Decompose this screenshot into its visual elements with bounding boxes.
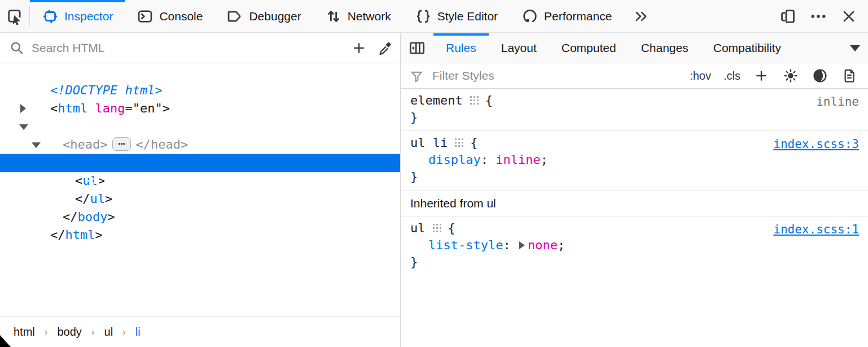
rule-element: element{ } inline — [401, 89, 868, 131]
sidebar-tab-compatibility[interactable]: Compatibility — [701, 33, 794, 63]
markup-search-bar — [0, 33, 401, 63]
selector-highlighter-icon[interactable] — [454, 138, 464, 148]
tab-network[interactable]: Network — [313, 0, 403, 32]
stylesheet-link[interactable]: index.scss:1 — [773, 223, 859, 236]
markup-view: <!DOCTYPE html> <html lang="en"> <head>⋯… — [0, 63, 401, 316]
light-mode-sim-button[interactable] — [778, 63, 804, 89]
network-icon — [325, 8, 342, 25]
declaration-line: list-style: none; — [401, 237, 868, 254]
rule-ul: ul{ list-style: none; } index.scss:1 — [401, 216, 868, 275]
rule-close-line: } — [401, 109, 868, 126]
inspector-icon — [42, 8, 59, 25]
rules-panel: :hov .cls — [401, 63, 868, 347]
close-devtools-button[interactable] — [836, 4, 861, 29]
tree-row-ul-close[interactable]: </ul> — [0, 172, 400, 190]
filter-funnel-icon — [409, 68, 424, 84]
sidebar-tab-rules[interactable]: Rules — [433, 33, 489, 63]
breadcrumb-item-li[interactable]: li — [135, 326, 141, 339]
breadcrumb-separator: › — [122, 327, 126, 338]
sidebar-tabs-dropdown-button[interactable] — [842, 33, 868, 63]
sidebar-tab-changes[interactable]: Changes — [629, 33, 701, 63]
expand-arrow-head[interactable] — [20, 104, 26, 113]
sidebar-tab-layout[interactable]: Layout — [489, 33, 549, 63]
split-panel-icon — [408, 39, 426, 57]
tree-row-li-selected[interactable]: <li>Item</li> — [0, 154, 400, 172]
class-toggle[interactable]: .cls — [719, 70, 745, 83]
tab-inspector-label: Inspector — [64, 10, 113, 23]
rule-selector-line: element{ — [401, 92, 868, 109]
rule-selector[interactable]: ul li — [410, 136, 448, 150]
console-icon — [137, 8, 154, 25]
tree-row-html-open[interactable]: <html lang="en"> — [0, 81, 400, 99]
eyedropper-icon — [377, 40, 393, 56]
eyedropper-button[interactable] — [372, 35, 398, 61]
dark-mode-sim-button[interactable] — [807, 63, 833, 89]
rule-source-link-wrap: index.scss:3 — [773, 136, 859, 153]
tree-row-ul-open[interactable]: <ul> — [0, 136, 400, 154]
breadcrumb: html › body › ul › li — [0, 316, 401, 347]
pick-element-button[interactable] — [0, 0, 29, 32]
tree-row-doctype[interactable]: <!DOCTYPE html> — [0, 63, 400, 81]
filter-styles-input[interactable] — [432, 69, 682, 83]
plus-icon — [753, 68, 769, 84]
more-tabs-button[interactable] — [624, 0, 659, 32]
tab-inspector[interactable]: Inspector — [30, 0, 125, 32]
breadcrumb-item-ul[interactable]: ul — [104, 326, 113, 339]
tab-network-label: Network — [348, 10, 391, 23]
rule-close-line: } — [401, 168, 868, 185]
tab-debugger[interactable]: Debugger — [214, 0, 313, 32]
shorthand-expander-icon[interactable] — [519, 241, 525, 249]
stylesheet-link[interactable]: index.scss:3 — [773, 137, 859, 151]
rule-selector[interactable]: element — [410, 93, 463, 107]
declaration-line: display: inline; — [401, 151, 868, 168]
toggle-3pane-button[interactable] — [401, 33, 433, 63]
sidebar-tab-computed-label: Computed — [562, 41, 616, 55]
add-rule-button[interactable] — [748, 63, 774, 89]
search-icon — [9, 40, 25, 56]
rule-source-inline: inline — [816, 93, 859, 110]
meatball-menu-button[interactable] — [806, 4, 831, 29]
css-property-name[interactable]: list-style — [428, 238, 503, 252]
responsive-devices-icon — [779, 7, 797, 25]
tab-performance[interactable]: Performance — [510, 0, 624, 32]
sidebar-tab-bar: Rules Layout Computed Changes Compatibil… — [401, 33, 868, 63]
collapse-arrow-body[interactable] — [19, 124, 28, 130]
tab-style-editor[interactable]: Style Editor — [403, 0, 510, 32]
debugger-icon — [226, 8, 243, 25]
tag-html-close: html — [65, 228, 95, 242]
breadcrumb-item-html[interactable]: html — [14, 326, 35, 339]
double-chevron-icon — [633, 8, 650, 25]
node-picker-icon — [6, 8, 23, 25]
tab-style-editor-label: Style Editor — [437, 10, 498, 23]
tree-row-body-open[interactable]: <body> — [0, 118, 400, 136]
selector-highlighter-icon[interactable] — [470, 96, 479, 105]
tab-console[interactable]: Console — [125, 0, 214, 32]
responsive-design-mode-button[interactable] — [775, 4, 800, 29]
breadcrumb-item-body[interactable]: body — [57, 326, 81, 339]
meatball-menu-icon — [809, 7, 828, 26]
tab-debugger-label: Debugger — [249, 10, 301, 23]
document-icon — [841, 68, 857, 84]
collapse-arrow-ul[interactable] — [32, 142, 41, 148]
second-toolbar-row: Rules Layout Computed Changes Compatibil… — [0, 33, 868, 63]
tree-row-html-close[interactable]: </html> — [0, 208, 400, 226]
tree-row-body-close[interactable]: </body> — [0, 190, 400, 208]
css-property-value[interactable]: inline — [496, 153, 540, 167]
pseudo-class-toggle[interactable]: :hov — [685, 70, 716, 83]
tree-row-head[interactable]: <head>⋯</head> — [0, 99, 400, 118]
braces-icon — [415, 8, 432, 25]
tab-performance-label: Performance — [544, 10, 612, 23]
rule-ul-li: ul li{ display: inline; } index.scss:3 — [401, 131, 868, 190]
css-property-value[interactable]: none — [528, 238, 558, 252]
sun-icon — [783, 68, 799, 84]
add-node-button[interactable] — [346, 35, 372, 61]
selector-highlighter-icon[interactable] — [432, 223, 442, 233]
sidebar-tab-changes-label: Changes — [641, 41, 689, 55]
css-property-name[interactable]: display — [428, 153, 481, 167]
sidebar-tab-rules-label: Rules — [446, 41, 476, 55]
print-sim-button[interactable] — [836, 63, 862, 89]
moon-icon — [812, 67, 828, 84]
sidebar-tab-computed[interactable]: Computed — [549, 33, 629, 63]
search-html-input[interactable] — [32, 41, 345, 55]
rule-selector[interactable]: ul — [410, 221, 426, 235]
